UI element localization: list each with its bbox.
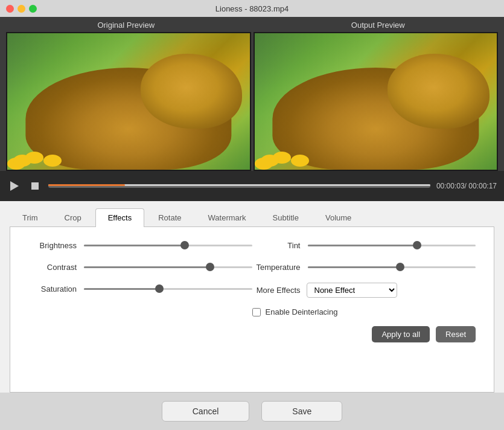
contrast-slider[interactable] (84, 261, 252, 273)
tab-trim[interactable]: Trim (10, 208, 51, 226)
brightness-label: Brightness (28, 241, 77, 250)
controls-bar: 00:00:03/ 00:00:17 (0, 171, 504, 201)
output-image (255, 33, 497, 170)
temperature-label: Temperature (252, 263, 301, 272)
save-button[interactable]: Save (261, 401, 342, 422)
progress-track (48, 184, 430, 186)
more-effects-row: More Effects None Effect Black & White S… (252, 283, 476, 298)
deinterlacing-row: Enable Deinterlacing (252, 307, 476, 316)
time-total: 00:00:17 (468, 182, 497, 190)
titlebar: Lioness - 88023.mp4 (0, 0, 504, 17)
close-button[interactable] (6, 5, 14, 13)
saturation-slider[interactable] (84, 283, 252, 295)
tint-slider[interactable] (308, 239, 476, 251)
more-effects-label: More Effects (252, 286, 301, 295)
contrast-label: Contrast (28, 263, 77, 272)
apply-to-all-button[interactable]: Apply to all (372, 326, 430, 342)
progress-fill (48, 184, 125, 186)
tabs-row: Trim Crop Effects Rotate Watermark Subti… (10, 208, 494, 227)
tab-volume[interactable]: Volume (313, 208, 364, 226)
tabs-section: Trim Crop Effects Rotate Watermark Subti… (0, 201, 504, 393)
time-current: 00:00:03 (436, 182, 465, 190)
stop-button[interactable] (28, 179, 42, 193)
flowers-right (261, 155, 279, 167)
tint-row: Tint (252, 239, 476, 251)
temperature-slider[interactable] (308, 261, 476, 273)
temperature-row: Temperature (252, 261, 476, 273)
brightness-row: Brightness (28, 239, 252, 251)
brightness-slider[interactable] (84, 239, 252, 251)
output-preview-label: Output Preview (252, 21, 505, 30)
effects-right: Tint Temperature (252, 239, 476, 316)
original-preview-label: Original Preview (0, 21, 252, 30)
preview-labels: Original Preview Output Preview (0, 17, 504, 32)
more-effects-select[interactable]: None Effect Black & White Sepia Cool War… (307, 283, 397, 298)
tab-subtitle[interactable]: Subtitle (260, 208, 311, 226)
bottom-bar: Cancel Save (0, 393, 504, 430)
original-image (7, 33, 250, 170)
progress-bar[interactable] (48, 184, 430, 188)
effects-buttons-row: Apply to all Reset (28, 326, 476, 348)
tab-crop[interactable]: Crop (52, 208, 94, 226)
window-title: Lioness - 88023.mp4 (215, 4, 289, 13)
play-button[interactable] (7, 179, 22, 193)
video-area: Original Preview Output Preview (0, 17, 504, 201)
tab-rotate[interactable]: Rotate (145, 208, 194, 226)
original-preview (6, 32, 251, 171)
contrast-row: Contrast (28, 261, 252, 273)
maximize-button[interactable] (29, 5, 37, 13)
tab-watermark[interactable]: Watermark (196, 208, 259, 226)
tab-content-effects: Brightness Contrast (10, 227, 494, 393)
stop-icon (31, 182, 39, 190)
saturation-row: Saturation (28, 283, 252, 295)
flowers-left (13, 155, 31, 167)
tint-label: Tint (252, 241, 301, 250)
window-controls (6, 5, 37, 13)
cancel-button[interactable]: Cancel (162, 401, 250, 422)
previews-container (0, 32, 504, 171)
reset-button[interactable]: Reset (436, 326, 476, 342)
effects-grid: Brightness Contrast (28, 239, 476, 316)
output-preview (254, 32, 499, 171)
minimize-button[interactable] (18, 5, 25, 13)
deinterlacing-label: Enable Deinterlacing (266, 307, 338, 316)
time-display: 00:00:03/ 00:00:17 (436, 182, 497, 190)
effects-left: Brightness Contrast (28, 239, 252, 316)
deinterlacing-checkbox[interactable] (252, 308, 261, 316)
tab-effects[interactable]: Effects (95, 208, 145, 227)
play-icon (10, 181, 19, 191)
saturation-label: Saturation (28, 284, 77, 294)
